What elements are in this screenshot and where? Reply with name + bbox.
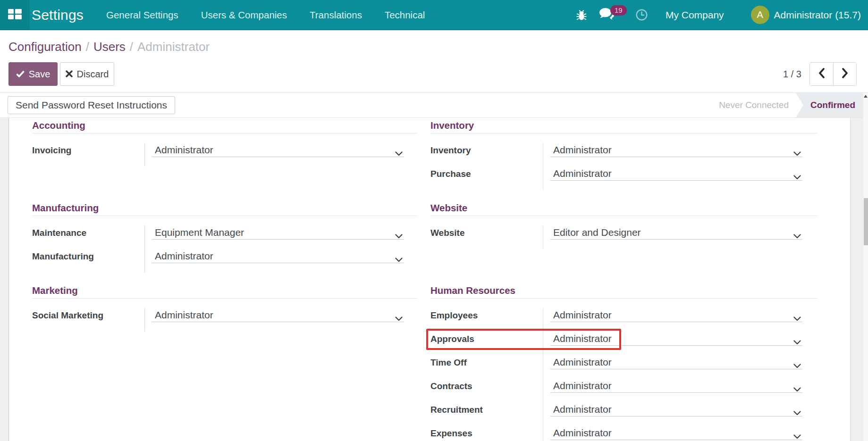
apps-menu-button[interactable]: [0, 0, 30, 30]
field-row-time-off: Time OffAdministrator: [430, 355, 817, 379]
send-password-reset-button[interactable]: Send Password Reset Instructions: [8, 96, 175, 114]
group-title: Human Resources: [430, 284, 817, 299]
breadcrumb-users[interactable]: Users: [93, 40, 126, 54]
field-label: Purchase: [430, 166, 543, 190]
user-avatar: A: [751, 6, 769, 24]
field-select[interactable]: Administrator: [152, 249, 404, 263]
field-select[interactable]: Administrator: [550, 355, 802, 369]
field-row-employees: EmployeesAdministrator: [430, 308, 817, 332]
field-label: Social Marketing: [32, 308, 144, 332]
group-website: WebsiteWebsiteEditor and Designer: [430, 190, 817, 273]
chevron-down-icon: [793, 336, 801, 347]
field-label: Approvals: [430, 332, 543, 355]
top-navbar: Settings General SettingsUsers & Compani…: [0, 0, 868, 30]
nav-item-general-settings[interactable]: General Settings: [95, 0, 190, 30]
chevron-down-icon: [793, 230, 801, 241]
statusbar-states: Never Connected Confirmed: [719, 93, 863, 117]
chevron-down-icon: [793, 407, 801, 417]
field-value: Equipment Manager: [155, 227, 244, 238]
breadcrumb: Configuration/Users/Administrator: [8, 39, 857, 55]
field-select[interactable]: Administrator: [550, 166, 802, 181]
group-title: Marketing: [32, 284, 417, 299]
field-select[interactable]: Administrator: [152, 143, 404, 157]
group-rows: WebsiteEditor and Designer: [430, 225, 817, 249]
field-row-approvals: ApprovalsAdministrator: [430, 332, 817, 355]
form-sheet: AccountingInvoicingAdministratorInventor…: [8, 118, 851, 441]
scrollbar-up-arrow[interactable]: [864, 95, 868, 98]
field-label: Maintenance: [32, 225, 144, 249]
field-select[interactable]: Administrator: [550, 426, 802, 440]
pager-next-button[interactable]: [833, 63, 856, 85]
field-value: Administrator: [553, 380, 612, 391]
field-select[interactable]: Administrator: [550, 379, 802, 393]
group-human-resources: Human ResourcesEmployeesAdministratorApp…: [430, 273, 817, 441]
field-select[interactable]: Editor and Designer: [550, 225, 802, 240]
field-value: Editor and Designer: [553, 227, 641, 238]
company-switcher[interactable]: My Company: [666, 9, 724, 21]
field-row-contracts: ContractsAdministrator: [430, 379, 817, 402]
group-title: Inventory: [430, 119, 817, 133]
user-menu[interactable]: A Administrator (15.7): [751, 6, 861, 24]
pager-counter[interactable]: 1 / 3: [783, 69, 801, 80]
field-row-purchase: PurchaseAdministrator: [430, 166, 817, 190]
group-inventory: InventoryInventoryAdministratorPurchaseA…: [430, 118, 817, 190]
scrollbar-thumb[interactable]: [864, 198, 868, 245]
status-confirmed[interactable]: Confirmed: [796, 93, 863, 117]
times-icon: [66, 69, 73, 80]
breadcrumb-configuration[interactable]: Configuration: [8, 40, 82, 54]
activities-clock-icon[interactable]: [636, 9, 648, 21]
apps-grid-icon: [8, 9, 22, 21]
nav-item-translations[interactable]: Translations: [298, 0, 373, 30]
group-title: Accounting: [32, 119, 417, 133]
field-select[interactable]: Equipment Manager: [152, 225, 404, 240]
group-title: Website: [430, 202, 817, 216]
debug-bug-icon[interactable]: [576, 9, 587, 21]
field-value: Administrator: [553, 309, 612, 320]
form-statusbar: Send Password Reset Instructions Never C…: [0, 93, 868, 118]
field-row-manufacturing: ManufacturingAdministrator: [32, 249, 417, 273]
field-label: Invoicing: [32, 143, 144, 166]
field-row-social-marketing: Social MarketingAdministrator: [32, 308, 417, 332]
field-select[interactable]: Administrator: [152, 308, 404, 322]
status-never-connected[interactable]: Never Connected: [719, 93, 789, 117]
field-value: Administrator: [155, 250, 213, 261]
vertical-scrollbar[interactable]: [863, 93, 868, 441]
field-row-inventory: InventoryAdministrator: [430, 143, 817, 166]
chevron-down-icon: [793, 147, 801, 158]
nav-item-technical[interactable]: Technical: [373, 0, 436, 30]
access-rights-groups: AccountingInvoicingAdministratorInventor…: [32, 118, 817, 441]
group-rows: InventoryAdministratorPurchaseAdministra…: [430, 143, 817, 190]
messages-icon[interactable]: 19: [599, 8, 614, 20]
chevron-down-icon: [793, 430, 801, 441]
app-menu: General SettingsUsers & CompaniesTransla…: [95, 0, 436, 30]
field-select[interactable]: Administrator: [550, 143, 802, 157]
form-content: AccountingInvoicingAdministratorInventor…: [0, 118, 868, 441]
control-panel: Configuration/Users/Administrator Save D…: [0, 30, 868, 93]
field-row-website: WebsiteEditor and Designer: [430, 225, 817, 249]
chevron-down-icon: [793, 383, 801, 394]
app-title[interactable]: Settings: [30, 0, 95, 30]
chevron-down-icon: [793, 312, 801, 323]
field-value: Administrator: [553, 144, 612, 155]
pager-previous-button[interactable]: [810, 63, 833, 85]
systray: 19 My Company A Administrator (15.7): [576, 0, 868, 30]
save-button[interactable]: Save: [8, 62, 58, 86]
breadcrumb-separator: /: [126, 40, 137, 54]
field-select[interactable]: Administrator: [550, 308, 802, 322]
field-row-invoicing: InvoicingAdministrator: [32, 143, 417, 166]
field-label: Time Off: [430, 355, 543, 379]
control-panel-buttons: Save Discard 1 / 3: [8, 62, 857, 86]
nav-item-users-companies[interactable]: Users & Companies: [190, 0, 298, 30]
group-manufacturing: ManufacturingMaintenanceEquipment Manage…: [32, 190, 417, 273]
field-label: Expenses: [430, 426, 543, 441]
field-value: Administrator: [553, 404, 612, 415]
check-icon: [16, 69, 25, 80]
field-value: Administrator: [553, 357, 612, 367]
field-label: Contracts: [430, 379, 543, 402]
chevron-down-icon: [793, 359, 801, 370]
group-rows: Social MarketingAdministrator: [32, 308, 417, 332]
field-select[interactable]: Administrator: [550, 332, 802, 346]
discard-button[interactable]: Discard: [60, 62, 114, 86]
field-select[interactable]: Administrator: [550, 402, 802, 416]
field-row-expenses: ExpensesAdministrator: [430, 426, 817, 441]
